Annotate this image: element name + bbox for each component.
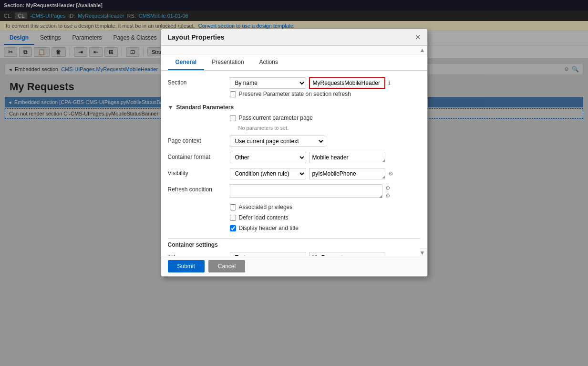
visibility-resize-icon[interactable]: ◢ <box>382 175 385 179</box>
no-params-label: No parameters to set. <box>238 125 421 131</box>
container-format-text-input[interactable] <box>309 152 385 163</box>
pass-current-label: Pass current parameter page <box>239 115 313 121</box>
visibility-controls: Always Condition (when rule) Never ◢ ⚙ <box>230 168 421 179</box>
collapse-arrow-icon[interactable]: ▼ <box>168 104 174 111</box>
title-dropdown[interactable]: Text Heading Dynamic <box>230 252 306 256</box>
associated-priv-row: Associated privileges <box>230 204 421 210</box>
display-header-label: Display header and title <box>239 225 299 231</box>
modal-tab-actions[interactable]: Actions <box>252 55 286 70</box>
refresh-inline: ◢ ⚙ ⚙ <box>230 184 421 199</box>
section-label: Section <box>168 77 230 86</box>
section-row: Section By name By class Dynamic ℹ Prese <box>168 77 421 99</box>
gear-icon-3[interactable]: ⚙ <box>385 192 391 199</box>
container-format-controls: Other Standard ◢ <box>230 152 421 163</box>
modal-close-button[interactable]: × <box>415 33 421 42</box>
scroll-up-icon[interactable]: ▲ <box>420 47 425 53</box>
checkboxes-controls: Associated privileges Defer load content… <box>230 204 421 233</box>
modal-title: Layout Properties <box>168 33 225 41</box>
refresh-gear-cluster: ⚙ ⚙ <box>385 185 391 199</box>
page-context-dropdown[interactable]: Use current page context Custom <box>230 136 325 147</box>
checkboxes-spacer <box>168 204 230 206</box>
section-info-icon[interactable]: ℹ <box>388 80 391 86</box>
section-inline: By name By class Dynamic ℹ <box>230 77 421 89</box>
title-value-input[interactable] <box>309 252 385 256</box>
title-row: Title Text Heading Dynamic <box>168 252 421 256</box>
modal-footer: Submit Cancel <box>161 256 427 276</box>
refresh-condition-row: Refresh condition ◢ ⚙ ⚙ <box>168 184 421 199</box>
visibility-row: Visibility Always Condition (when rule) … <box>168 168 421 179</box>
defer-load-row: Defer load contents <box>230 214 421 221</box>
preserve-param-checkbox[interactable] <box>230 91 236 97</box>
title-controls: Text Heading Dynamic <box>230 252 421 256</box>
container-format-label: Container format <box>168 152 230 160</box>
container-format-row: Container format Other Standard ◢ <box>168 152 421 163</box>
container-settings-header: Container settings <box>168 238 421 248</box>
gear-icon-1[interactable]: ⚙ <box>388 170 393 177</box>
modal-body: Section By name By class Dynamic ℹ Prese <box>161 71 427 256</box>
display-header-checkbox[interactable] <box>230 225 236 231</box>
gear-icon-2[interactable]: ⚙ <box>385 185 391 191</box>
visibility-inline: Always Condition (when rule) Never ◢ ⚙ <box>230 168 421 179</box>
refresh-resize-icon[interactable]: ◢ <box>379 194 382 199</box>
pass-current-checkbox[interactable] <box>230 115 236 121</box>
page-context-label: Page context <box>168 136 230 144</box>
modal-tab-presentation[interactable]: Presentation <box>204 55 251 70</box>
associated-priv-checkbox[interactable] <box>230 204 236 210</box>
title-inline: Text Heading Dynamic <box>230 252 421 256</box>
defer-load-checkbox[interactable] <box>230 215 236 221</box>
title-label: Title <box>168 252 230 256</box>
preserve-param-label: Preserve Parameter state on section refr… <box>239 91 351 97</box>
section-dropdown[interactable]: By name By class Dynamic <box>230 77 306 89</box>
container-format-inline: Other Standard ◢ <box>230 152 421 163</box>
refresh-controls: ◢ ⚙ ⚙ <box>230 184 421 199</box>
associated-priv-label: Associated privileges <box>239 204 293 210</box>
defer-load-label: Defer load contents <box>239 214 289 221</box>
page-context-controls: Use current page context Custom <box>230 136 421 147</box>
pass-current-row: Pass current parameter page No parameter… <box>168 115 421 131</box>
section-name-input[interactable] <box>309 77 385 89</box>
section-controls: By name By class Dynamic ℹ Preserve Para… <box>230 77 421 99</box>
standard-params-title: Standard Parameters <box>176 104 234 111</box>
submit-button[interactable]: Submit <box>168 260 205 272</box>
layout-properties-modal: Layout Properties × ▲ General Presentati… <box>161 29 428 277</box>
visibility-label: Visibility <box>168 168 230 177</box>
refresh-label: Refresh condition <box>168 184 230 193</box>
preserve-param-row: Preserve Parameter state on section refr… <box>230 91 421 97</box>
pass-current-checkbox-row: Pass current parameter page <box>230 115 421 121</box>
pass-current-spacer <box>168 115 230 116</box>
modal-tab-general[interactable]: General <box>168 55 205 70</box>
modal-tabs: General Presentation Actions <box>161 55 427 71</box>
standard-params-section-header: ▼ Standard Parameters <box>168 104 421 111</box>
display-header-row: Display header and title <box>230 225 421 231</box>
visibility-text-input[interactable] <box>309 168 385 179</box>
scroll-down-icon[interactable]: ▼ <box>420 250 425 256</box>
page-context-row: Page context Use current page context Cu… <box>168 136 421 147</box>
container-format-dropdown[interactable]: Other Standard <box>230 152 306 163</box>
visibility-gear-cluster: ⚙ <box>388 170 393 177</box>
modal-header: Layout Properties × <box>161 29 427 46</box>
pass-current-controls: Pass current parameter page No parameter… <box>230 115 421 131</box>
resize-corner-icon[interactable]: ◢ <box>382 158 385 163</box>
cancel-button[interactable]: Cancel <box>208 260 245 272</box>
checkboxes-row: Associated privileges Defer load content… <box>168 204 421 233</box>
modal-overlay: Layout Properties × ▲ General Presentati… <box>0 0 588 366</box>
visibility-dropdown[interactable]: Always Condition (when rule) Never <box>230 168 306 179</box>
refresh-condition-textarea[interactable] <box>230 184 382 198</box>
